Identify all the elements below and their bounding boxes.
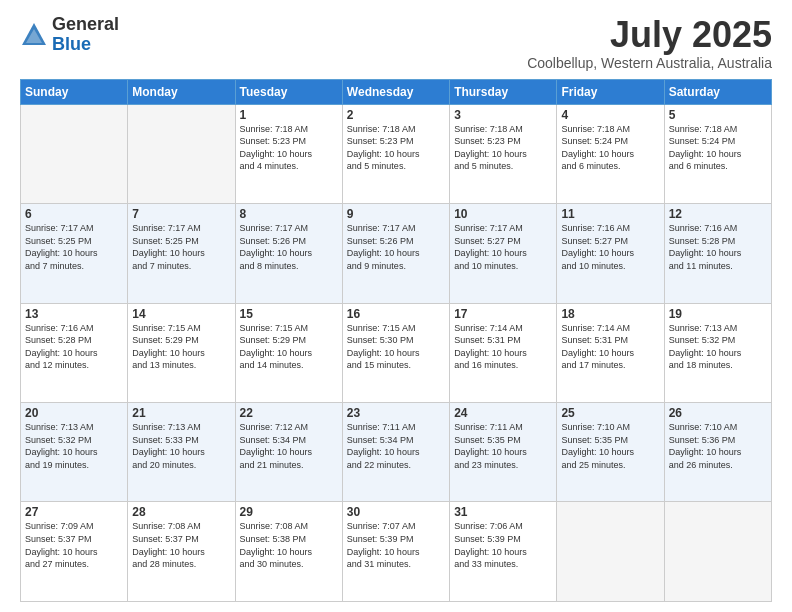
day-info: Sunrise: 7:17 AM Sunset: 5:26 PM Dayligh…	[347, 222, 445, 272]
calendar-day-cell: 21Sunrise: 7:13 AM Sunset: 5:33 PM Dayli…	[128, 403, 235, 502]
day-info: Sunrise: 7:12 AM Sunset: 5:34 PM Dayligh…	[240, 421, 338, 471]
weekday-header: Sunday	[21, 79, 128, 104]
weekday-header: Friday	[557, 79, 664, 104]
day-number: 11	[561, 207, 659, 221]
day-number: 1	[240, 108, 338, 122]
day-number: 21	[132, 406, 230, 420]
calendar-day-cell	[664, 502, 771, 602]
title-block: July 2025 Coolbellup, Western Australia,…	[527, 15, 772, 71]
calendar-day-cell	[128, 104, 235, 203]
day-info: Sunrise: 7:13 AM Sunset: 5:32 PM Dayligh…	[669, 322, 767, 372]
calendar-day-cell: 12Sunrise: 7:16 AM Sunset: 5:28 PM Dayli…	[664, 204, 771, 303]
day-number: 15	[240, 307, 338, 321]
day-number: 13	[25, 307, 123, 321]
day-info: Sunrise: 7:14 AM Sunset: 5:31 PM Dayligh…	[561, 322, 659, 372]
calendar-day-cell: 1Sunrise: 7:18 AM Sunset: 5:23 PM Daylig…	[235, 104, 342, 203]
logo-blue: Blue	[52, 34, 91, 54]
weekday-header: Wednesday	[342, 79, 449, 104]
day-info: Sunrise: 7:18 AM Sunset: 5:24 PM Dayligh…	[561, 123, 659, 173]
calendar-day-cell: 11Sunrise: 7:16 AM Sunset: 5:27 PM Dayli…	[557, 204, 664, 303]
day-info: Sunrise: 7:08 AM Sunset: 5:37 PM Dayligh…	[132, 520, 230, 570]
day-number: 12	[669, 207, 767, 221]
day-number: 8	[240, 207, 338, 221]
day-number: 29	[240, 505, 338, 519]
day-number: 25	[561, 406, 659, 420]
calendar-day-cell: 22Sunrise: 7:12 AM Sunset: 5:34 PM Dayli…	[235, 403, 342, 502]
calendar-day-cell: 23Sunrise: 7:11 AM Sunset: 5:34 PM Dayli…	[342, 403, 449, 502]
calendar-day-cell: 13Sunrise: 7:16 AM Sunset: 5:28 PM Dayli…	[21, 303, 128, 402]
day-number: 17	[454, 307, 552, 321]
day-info: Sunrise: 7:06 AM Sunset: 5:39 PM Dayligh…	[454, 520, 552, 570]
day-info: Sunrise: 7:10 AM Sunset: 5:36 PM Dayligh…	[669, 421, 767, 471]
day-info: Sunrise: 7:09 AM Sunset: 5:37 PM Dayligh…	[25, 520, 123, 570]
day-info: Sunrise: 7:10 AM Sunset: 5:35 PM Dayligh…	[561, 421, 659, 471]
calendar-week-row: 1Sunrise: 7:18 AM Sunset: 5:23 PM Daylig…	[21, 104, 772, 203]
day-info: Sunrise: 7:11 AM Sunset: 5:35 PM Dayligh…	[454, 421, 552, 471]
day-info: Sunrise: 7:16 AM Sunset: 5:27 PM Dayligh…	[561, 222, 659, 272]
calendar-week-row: 20Sunrise: 7:13 AM Sunset: 5:32 PM Dayli…	[21, 403, 772, 502]
calendar-day-cell: 26Sunrise: 7:10 AM Sunset: 5:36 PM Dayli…	[664, 403, 771, 502]
day-info: Sunrise: 7:16 AM Sunset: 5:28 PM Dayligh…	[669, 222, 767, 272]
day-number: 27	[25, 505, 123, 519]
calendar-day-cell: 9Sunrise: 7:17 AM Sunset: 5:26 PM Daylig…	[342, 204, 449, 303]
day-number: 7	[132, 207, 230, 221]
calendar-week-row: 6Sunrise: 7:17 AM Sunset: 5:25 PM Daylig…	[21, 204, 772, 303]
day-number: 9	[347, 207, 445, 221]
day-info: Sunrise: 7:07 AM Sunset: 5:39 PM Dayligh…	[347, 520, 445, 570]
calendar-day-cell: 8Sunrise: 7:17 AM Sunset: 5:26 PM Daylig…	[235, 204, 342, 303]
calendar-table: SundayMondayTuesdayWednesdayThursdayFrid…	[20, 79, 772, 602]
calendar-day-cell: 3Sunrise: 7:18 AM Sunset: 5:23 PM Daylig…	[450, 104, 557, 203]
calendar-day-cell: 7Sunrise: 7:17 AM Sunset: 5:25 PM Daylig…	[128, 204, 235, 303]
calendar-day-cell: 25Sunrise: 7:10 AM Sunset: 5:35 PM Dayli…	[557, 403, 664, 502]
day-info: Sunrise: 7:18 AM Sunset: 5:23 PM Dayligh…	[240, 123, 338, 173]
day-info: Sunrise: 7:11 AM Sunset: 5:34 PM Dayligh…	[347, 421, 445, 471]
day-info: Sunrise: 7:18 AM Sunset: 5:23 PM Dayligh…	[347, 123, 445, 173]
logo: General Blue	[20, 15, 119, 55]
day-info: Sunrise: 7:16 AM Sunset: 5:28 PM Dayligh…	[25, 322, 123, 372]
day-info: Sunrise: 7:14 AM Sunset: 5:31 PM Dayligh…	[454, 322, 552, 372]
location: Coolbellup, Western Australia, Australia	[527, 55, 772, 71]
weekday-header: Saturday	[664, 79, 771, 104]
day-number: 5	[669, 108, 767, 122]
calendar-day-cell: 15Sunrise: 7:15 AM Sunset: 5:29 PM Dayli…	[235, 303, 342, 402]
calendar-day-cell: 4Sunrise: 7:18 AM Sunset: 5:24 PM Daylig…	[557, 104, 664, 203]
header: General Blue July 2025 Coolbellup, Weste…	[20, 15, 772, 71]
weekday-header: Tuesday	[235, 79, 342, 104]
day-number: 4	[561, 108, 659, 122]
calendar-day-cell: 10Sunrise: 7:17 AM Sunset: 5:27 PM Dayli…	[450, 204, 557, 303]
calendar-week-row: 27Sunrise: 7:09 AM Sunset: 5:37 PM Dayli…	[21, 502, 772, 602]
calendar-day-cell: 27Sunrise: 7:09 AM Sunset: 5:37 PM Dayli…	[21, 502, 128, 602]
calendar-day-cell: 30Sunrise: 7:07 AM Sunset: 5:39 PM Dayli…	[342, 502, 449, 602]
calendar-day-cell: 6Sunrise: 7:17 AM Sunset: 5:25 PM Daylig…	[21, 204, 128, 303]
day-number: 2	[347, 108, 445, 122]
calendar-day-cell: 16Sunrise: 7:15 AM Sunset: 5:30 PM Dayli…	[342, 303, 449, 402]
day-info: Sunrise: 7:15 AM Sunset: 5:29 PM Dayligh…	[132, 322, 230, 372]
day-info: Sunrise: 7:15 AM Sunset: 5:29 PM Dayligh…	[240, 322, 338, 372]
calendar-day-cell: 2Sunrise: 7:18 AM Sunset: 5:23 PM Daylig…	[342, 104, 449, 203]
day-number: 16	[347, 307, 445, 321]
page: General Blue July 2025 Coolbellup, Weste…	[0, 0, 792, 612]
calendar-day-cell: 5Sunrise: 7:18 AM Sunset: 5:24 PM Daylig…	[664, 104, 771, 203]
weekday-header: Monday	[128, 79, 235, 104]
day-info: Sunrise: 7:15 AM Sunset: 5:30 PM Dayligh…	[347, 322, 445, 372]
day-number: 20	[25, 406, 123, 420]
day-number: 23	[347, 406, 445, 420]
day-info: Sunrise: 7:17 AM Sunset: 5:25 PM Dayligh…	[25, 222, 123, 272]
calendar-header-row: SundayMondayTuesdayWednesdayThursdayFrid…	[21, 79, 772, 104]
day-info: Sunrise: 7:17 AM Sunset: 5:27 PM Dayligh…	[454, 222, 552, 272]
day-info: Sunrise: 7:13 AM Sunset: 5:33 PM Dayligh…	[132, 421, 230, 471]
day-number: 28	[132, 505, 230, 519]
day-number: 6	[25, 207, 123, 221]
calendar-day-cell: 24Sunrise: 7:11 AM Sunset: 5:35 PM Dayli…	[450, 403, 557, 502]
calendar-day-cell: 14Sunrise: 7:15 AM Sunset: 5:29 PM Dayli…	[128, 303, 235, 402]
day-info: Sunrise: 7:18 AM Sunset: 5:24 PM Dayligh…	[669, 123, 767, 173]
day-number: 26	[669, 406, 767, 420]
calendar-day-cell: 19Sunrise: 7:13 AM Sunset: 5:32 PM Dayli…	[664, 303, 771, 402]
day-number: 10	[454, 207, 552, 221]
day-info: Sunrise: 7:08 AM Sunset: 5:38 PM Dayligh…	[240, 520, 338, 570]
day-number: 24	[454, 406, 552, 420]
calendar-day-cell	[21, 104, 128, 203]
calendar-day-cell: 17Sunrise: 7:14 AM Sunset: 5:31 PM Dayli…	[450, 303, 557, 402]
month-year: July 2025	[527, 15, 772, 55]
calendar-week-row: 13Sunrise: 7:16 AM Sunset: 5:28 PM Dayli…	[21, 303, 772, 402]
